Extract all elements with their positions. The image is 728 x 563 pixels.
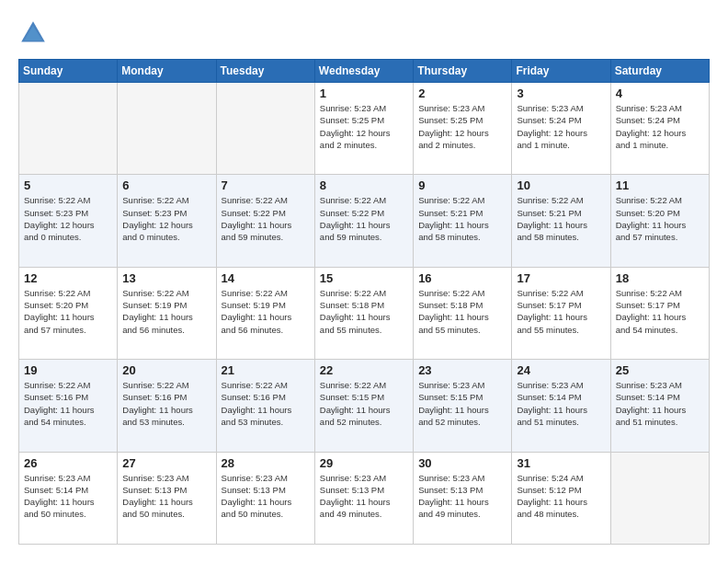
day-number: 10 [517, 178, 605, 192]
day-info: Sunrise: 5:22 AM Sunset: 5:17 PM Dayligh… [517, 287, 605, 336]
day-number: 18 [616, 271, 704, 285]
calendar-cell [118, 83, 216, 175]
calendar-week-row: 26Sunrise: 5:23 AM Sunset: 5:14 PM Dayli… [19, 452, 710, 544]
day-info: Sunrise: 5:22 AM Sunset: 5:21 PM Dayligh… [517, 194, 605, 243]
calendar-cell [610, 452, 709, 544]
dow-header: Saturday [610, 60, 709, 83]
calendar-cell: 23Sunrise: 5:23 AM Sunset: 5:15 PM Dayli… [414, 360, 512, 452]
day-info: Sunrise: 5:23 AM Sunset: 5:13 PM Dayligh… [418, 472, 506, 521]
day-number: 4 [616, 86, 704, 100]
calendar-cell: 2Sunrise: 5:23 AM Sunset: 5:25 PM Daylig… [414, 83, 512, 175]
calendar-cell: 28Sunrise: 5:23 AM Sunset: 5:13 PM Dayli… [216, 452, 314, 544]
day-info: Sunrise: 5:23 AM Sunset: 5:25 PM Dayligh… [320, 102, 408, 151]
calendar-cell: 9Sunrise: 5:22 AM Sunset: 5:21 PM Daylig… [414, 175, 512, 267]
calendar-cell: 1Sunrise: 5:23 AM Sunset: 5:25 PM Daylig… [314, 83, 413, 175]
calendar-cell: 19Sunrise: 5:22 AM Sunset: 5:16 PM Dayli… [19, 360, 118, 452]
days-of-week-row: SundayMondayTuesdayWednesdayThursdayFrid… [19, 60, 710, 83]
day-number: 7 [222, 178, 310, 192]
day-number: 19 [24, 363, 112, 377]
day-info: Sunrise: 5:23 AM Sunset: 5:13 PM Dayligh… [320, 472, 408, 521]
day-number: 9 [418, 178, 506, 192]
day-number: 11 [616, 178, 704, 192]
calendar-cell: 25Sunrise: 5:23 AM Sunset: 5:14 PM Dayli… [610, 360, 709, 452]
calendar-cell: 24Sunrise: 5:23 AM Sunset: 5:14 PM Dayli… [512, 360, 610, 452]
calendar-cell: 11Sunrise: 5:22 AM Sunset: 5:20 PM Dayli… [610, 175, 709, 267]
day-number: 22 [320, 363, 408, 377]
dow-header: Tuesday [216, 60, 314, 83]
day-number: 13 [122, 271, 210, 285]
day-info: Sunrise: 5:22 AM Sunset: 5:19 PM Dayligh… [222, 287, 310, 336]
day-number: 29 [320, 456, 408, 470]
day-number: 26 [24, 456, 112, 470]
calendar-cell: 13Sunrise: 5:22 AM Sunset: 5:19 PM Dayli… [118, 267, 216, 359]
calendar-cell: 30Sunrise: 5:23 AM Sunset: 5:13 PM Dayli… [414, 452, 512, 544]
calendar-cell: 4Sunrise: 5:23 AM Sunset: 5:24 PM Daylig… [610, 83, 709, 175]
calendar-cell: 26Sunrise: 5:23 AM Sunset: 5:14 PM Dayli… [19, 452, 118, 544]
day-number: 8 [320, 178, 408, 192]
day-info: Sunrise: 5:22 AM Sunset: 5:16 PM Dayligh… [122, 379, 210, 428]
day-info: Sunrise: 5:23 AM Sunset: 5:25 PM Dayligh… [418, 102, 506, 151]
day-number: 20 [122, 363, 210, 377]
calendar-cell [19, 83, 118, 175]
day-info: Sunrise: 5:23 AM Sunset: 5:13 PM Dayligh… [222, 472, 310, 521]
calendar-cell: 27Sunrise: 5:23 AM Sunset: 5:13 PM Dayli… [118, 452, 216, 544]
day-number: 16 [418, 271, 506, 285]
page: SundayMondayTuesdayWednesdayThursdayFrid… [0, 0, 728, 563]
header [18, 18, 710, 48]
day-info: Sunrise: 5:22 AM Sunset: 5:20 PM Dayligh… [24, 287, 112, 336]
calendar-cell: 20Sunrise: 5:22 AM Sunset: 5:16 PM Dayli… [118, 360, 216, 452]
day-info: Sunrise: 5:22 AM Sunset: 5:18 PM Dayligh… [320, 287, 408, 336]
day-info: Sunrise: 5:22 AM Sunset: 5:19 PM Dayligh… [122, 287, 210, 336]
day-number: 28 [222, 456, 310, 470]
dow-header: Sunday [19, 60, 118, 83]
logo [18, 18, 51, 48]
day-number: 25 [616, 363, 704, 377]
dow-header: Wednesday [314, 60, 413, 83]
calendar-body: 1Sunrise: 5:23 AM Sunset: 5:25 PM Daylig… [19, 83, 710, 545]
calendar-week-row: 12Sunrise: 5:22 AM Sunset: 5:20 PM Dayli… [19, 267, 710, 359]
calendar-cell [216, 83, 314, 175]
day-info: Sunrise: 5:23 AM Sunset: 5:15 PM Dayligh… [418, 379, 506, 428]
day-info: Sunrise: 5:23 AM Sunset: 5:24 PM Dayligh… [616, 102, 704, 151]
day-number: 17 [517, 271, 605, 285]
dow-header: Thursday [414, 60, 512, 83]
day-info: Sunrise: 5:23 AM Sunset: 5:14 PM Dayligh… [24, 472, 112, 521]
calendar-cell: 6Sunrise: 5:22 AM Sunset: 5:23 PM Daylig… [118, 175, 216, 267]
dow-header: Monday [118, 60, 216, 83]
day-info: Sunrise: 5:23 AM Sunset: 5:24 PM Dayligh… [517, 102, 605, 151]
calendar-cell: 15Sunrise: 5:22 AM Sunset: 5:18 PM Dayli… [314, 267, 413, 359]
calendar-cell: 17Sunrise: 5:22 AM Sunset: 5:17 PM Dayli… [512, 267, 610, 359]
day-number: 2 [418, 86, 506, 100]
calendar-table: SundayMondayTuesdayWednesdayThursdayFrid… [18, 59, 710, 545]
day-info: Sunrise: 5:22 AM Sunset: 5:21 PM Dayligh… [418, 194, 506, 243]
day-number: 27 [122, 456, 210, 470]
day-info: Sunrise: 5:22 AM Sunset: 5:18 PM Dayligh… [418, 287, 506, 336]
day-info: Sunrise: 5:22 AM Sunset: 5:16 PM Dayligh… [24, 379, 112, 428]
day-number: 6 [122, 178, 210, 192]
day-number: 31 [517, 456, 605, 470]
day-info: Sunrise: 5:22 AM Sunset: 5:15 PM Dayligh… [320, 379, 408, 428]
day-info: Sunrise: 5:22 AM Sunset: 5:16 PM Dayligh… [222, 379, 310, 428]
day-info: Sunrise: 5:22 AM Sunset: 5:23 PM Dayligh… [24, 194, 112, 243]
day-number: 30 [418, 456, 506, 470]
calendar-cell: 7Sunrise: 5:22 AM Sunset: 5:22 PM Daylig… [216, 175, 314, 267]
day-number: 12 [24, 271, 112, 285]
logo-icon [18, 18, 48, 48]
calendar-cell: 18Sunrise: 5:22 AM Sunset: 5:17 PM Dayli… [610, 267, 709, 359]
calendar-week-row: 1Sunrise: 5:23 AM Sunset: 5:25 PM Daylig… [19, 83, 710, 175]
day-number: 1 [320, 86, 408, 100]
calendar-cell: 22Sunrise: 5:22 AM Sunset: 5:15 PM Dayli… [314, 360, 413, 452]
day-number: 3 [517, 86, 605, 100]
day-number: 24 [517, 363, 605, 377]
calendar-cell: 31Sunrise: 5:24 AM Sunset: 5:12 PM Dayli… [512, 452, 610, 544]
day-number: 15 [320, 271, 408, 285]
day-info: Sunrise: 5:24 AM Sunset: 5:12 PM Dayligh… [517, 472, 605, 521]
day-number: 5 [24, 178, 112, 192]
day-number: 21 [222, 363, 310, 377]
day-info: Sunrise: 5:22 AM Sunset: 5:20 PM Dayligh… [616, 194, 704, 243]
dow-header: Friday [512, 60, 610, 83]
calendar-week-row: 5Sunrise: 5:22 AM Sunset: 5:23 PM Daylig… [19, 175, 710, 267]
day-info: Sunrise: 5:22 AM Sunset: 5:17 PM Dayligh… [616, 287, 704, 336]
calendar-cell: 10Sunrise: 5:22 AM Sunset: 5:21 PM Dayli… [512, 175, 610, 267]
calendar-cell: 29Sunrise: 5:23 AM Sunset: 5:13 PM Dayli… [314, 452, 413, 544]
